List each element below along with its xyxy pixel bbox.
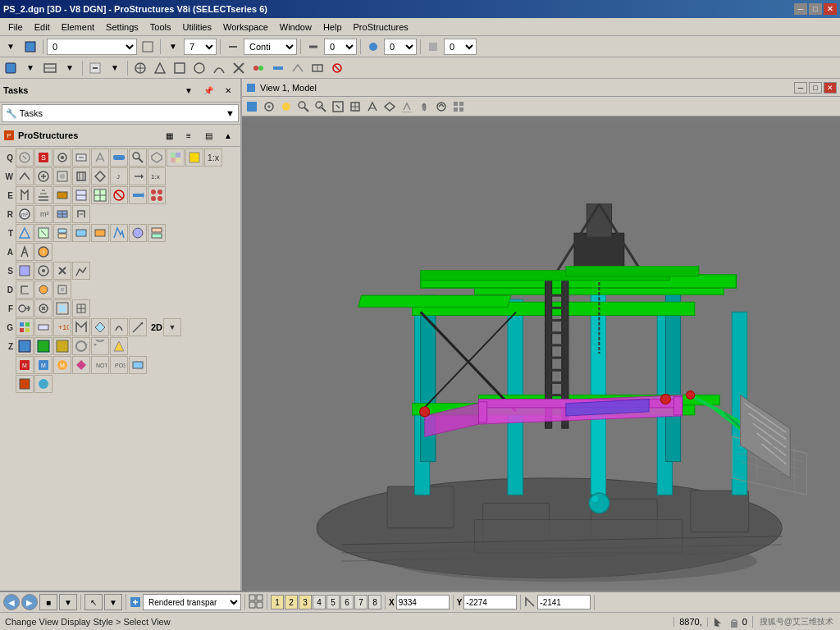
tool-g-arrow[interactable]: ▼: [163, 318, 181, 336]
ps-expand[interactable]: ▲: [219, 126, 237, 144]
tool-w-1[interactable]: [16, 167, 34, 185]
vt-btn-6[interactable]: [330, 98, 346, 115]
tool-t-4[interactable]: [72, 224, 90, 242]
view-num-5[interactable]: 5: [326, 595, 340, 609]
tasks-pin-btn[interactable]: 📌: [199, 81, 217, 99]
tb-btn-r2-15[interactable]: [289, 59, 307, 77]
tool-z-3[interactable]: [53, 337, 71, 355]
view-num-1[interactable]: 1: [271, 595, 284, 609]
display-style-dropdown[interactable]: Rendered transpar: [143, 594, 241, 610]
view-num-6[interactable]: 6: [340, 595, 354, 609]
menu-file[interactable]: File: [3, 21, 28, 34]
tool-g-6[interactable]: [110, 318, 128, 336]
lineweight-dropdown[interactable]: 0: [324, 39, 357, 55]
tool-z-4[interactable]: [72, 337, 90, 355]
tool-b-4[interactable]: [72, 356, 90, 374]
ps-view-detail[interactable]: ▤: [199, 126, 217, 144]
vt-btn-hand[interactable]: [416, 98, 432, 115]
left-scroll-inner[interactable]: Q S: [0, 147, 240, 591]
tool-q-5[interactable]: [91, 148, 109, 167]
tool-t-8[interactable]: [148, 224, 166, 242]
tool-r-4[interactable]: [72, 205, 90, 223]
tool-z-6[interactable]: [110, 337, 128, 355]
tool-q-8[interactable]: [148, 148, 166, 167]
view-num-4[interactable]: 4: [313, 595, 326, 609]
tool-q-11[interactable]: 1:x: [204, 148, 222, 167]
tb-btn-r2-11[interactable]: [210, 59, 228, 77]
tb-btn-fill[interactable]: [424, 38, 442, 56]
tb-btn-r2-6[interactable]: ▼: [106, 59, 124, 77]
tb-btn-r2-14[interactable]: [269, 59, 287, 77]
tasks-collapse-btn[interactable]: ▼: [180, 81, 198, 99]
tool-l-1[interactable]: [16, 375, 34, 393]
tool-q-3[interactable]: [53, 148, 71, 167]
view-num-8[interactable]: 8: [368, 595, 381, 609]
view-num-3[interactable]: 3: [299, 595, 312, 609]
tool-t-6[interactable]: [110, 224, 128, 242]
menu-help[interactable]: Help: [318, 21, 347, 34]
tool-l-2[interactable]: [34, 375, 52, 393]
tool-q-7[interactable]: [129, 148, 147, 167]
tool-w-4[interactable]: [72, 167, 90, 185]
tb-btn-icon1[interactable]: [21, 38, 39, 56]
tb-btn-r2-1[interactable]: [2, 59, 20, 77]
vt-btn-10[interactable]: [399, 98, 415, 115]
viewport-minimize-btn[interactable]: ─: [794, 82, 807, 94]
vt-btn-1[interactable]: [244, 98, 260, 115]
tool-e-7[interactable]: [129, 186, 147, 204]
tool-q-10[interactable]: [185, 148, 203, 167]
tool-t-7[interactable]: [129, 224, 147, 242]
tool-d-1[interactable]: [16, 281, 34, 299]
menu-window[interactable]: Window: [275, 21, 317, 34]
tasks-dropdown[interactable]: 🔧 Tasks ▼: [2, 104, 239, 122]
tool-w-2[interactable]: [34, 167, 52, 185]
menu-settings[interactable]: Settings: [101, 21, 144, 34]
view-num-7[interactable]: 7: [354, 595, 368, 609]
ps-view-list[interactable]: ≡: [180, 126, 198, 144]
tb-btn-conti[interactable]: [224, 38, 242, 56]
tool-z-5[interactable]: [91, 337, 109, 355]
tool-f-1[interactable]: [16, 299, 34, 317]
maximize-button[interactable]: □: [809, 3, 822, 15]
tb-btn-r2-8[interactable]: [151, 59, 169, 77]
menu-tools[interactable]: Tools: [145, 21, 176, 34]
tb-btn-r2-12[interactable]: [230, 59, 248, 77]
tool-w-7[interactable]: [129, 167, 147, 185]
tool-r-3[interactable]: [53, 205, 71, 223]
tool-f-4[interactable]: [72, 299, 90, 317]
tool-e-1[interactable]: [16, 186, 34, 204]
viewport-canvas[interactable]: [242, 116, 840, 591]
tool-d-3[interactable]: [53, 281, 71, 299]
tool-b-6[interactable]: POSE: [110, 356, 128, 374]
vt-btn-9[interactable]: [381, 98, 398, 115]
view-layout-icon[interactable]: [249, 594, 263, 609]
tb-btn-r2-13[interactable]: [249, 59, 267, 77]
tool-e-6[interactable]: [110, 186, 128, 204]
tb-btn-arrow[interactable]: ▼: [2, 38, 20, 56]
tb-btn-r2-4[interactable]: ▼: [61, 59, 79, 77]
tool-e-8[interactable]: [148, 186, 166, 204]
nav-cursor-btn[interactable]: ↖: [84, 594, 103, 610]
menu-element[interactable]: Element: [57, 21, 99, 34]
tb-btn-lw[interactable]: [304, 38, 322, 56]
tool-a-1[interactable]: [16, 243, 34, 261]
line-style-dropdown[interactable]: Conti: [244, 39, 297, 55]
tool-z-2[interactable]: [34, 337, 52, 355]
tool-q-9[interactable]: [167, 148, 185, 167]
tool-g-7[interactable]: [129, 318, 147, 336]
tool-d-2[interactable]: [34, 281, 52, 299]
ps-view-icons[interactable]: ▦: [160, 126, 178, 144]
tool-w-5[interactable]: [91, 167, 109, 185]
vt-btn-12[interactable]: [450, 98, 467, 115]
tb-btn-r2-17[interactable]: [328, 59, 346, 77]
viewport-maximize-btn[interactable]: □: [809, 82, 822, 94]
minimize-button[interactable]: ─: [794, 3, 807, 15]
tool-s-4[interactable]: [72, 262, 90, 280]
tb-btn-r2-3[interactable]: [41, 59, 59, 77]
tool-a-2[interactable]: !: [34, 243, 52, 261]
vt-btn-8[interactable]: [364, 98, 381, 115]
num1-dropdown[interactable]: 7: [184, 39, 217, 55]
tool-s-2[interactable]: [34, 262, 52, 280]
tb-btn-r2-16[interactable]: [308, 59, 326, 77]
tool-t-2[interactable]: [34, 224, 52, 242]
